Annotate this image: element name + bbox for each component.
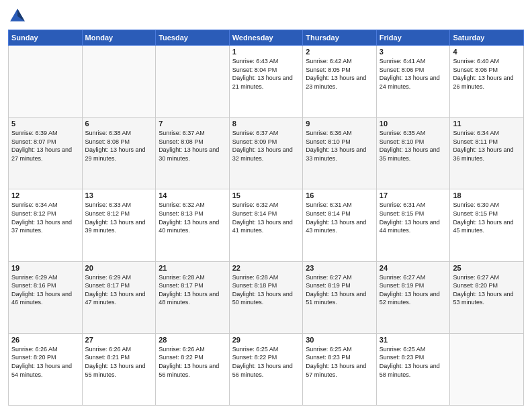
calendar-cell: 10Sunrise: 6:35 AM Sunset: 8:10 PM Dayli…	[376, 118, 450, 189]
day-number: 29	[232, 336, 300, 344]
calendar-week-1: 5Sunrise: 6:39 AM Sunset: 8:07 PM Daylig…	[9, 118, 524, 189]
cell-info: Sunrise: 6:28 AM Sunset: 8:17 PM Dayligh…	[159, 273, 226, 307]
calendar-cell: 24Sunrise: 6:27 AM Sunset: 8:19 PM Dayli…	[376, 261, 450, 333]
cell-info: Sunrise: 6:34 AM Sunset: 8:11 PM Dayligh…	[453, 129, 521, 163]
calendar-cell	[156, 46, 230, 118]
cell-info: Sunrise: 6:26 AM Sunset: 8:22 PM Dayligh…	[159, 345, 226, 379]
day-number: 2	[306, 48, 373, 56]
calendar-week-4: 26Sunrise: 6:26 AM Sunset: 8:20 PM Dayli…	[9, 333, 524, 405]
cell-info: Sunrise: 6:25 AM Sunset: 8:23 PM Dayligh…	[380, 345, 447, 379]
day-number: 17	[380, 191, 447, 199]
calendar-week-3: 19Sunrise: 6:29 AM Sunset: 8:16 PM Dayli…	[9, 261, 524, 333]
calendar-cell: 11Sunrise: 6:34 AM Sunset: 8:11 PM Dayli…	[450, 118, 524, 189]
day-number: 9	[306, 120, 373, 128]
cell-info: Sunrise: 6:43 AM Sunset: 8:04 PM Dayligh…	[232, 57, 300, 91]
day-number: 26	[11, 336, 79, 344]
cell-info: Sunrise: 6:25 AM Sunset: 8:22 PM Dayligh…	[232, 345, 300, 379]
calendar-cell: 26Sunrise: 6:26 AM Sunset: 8:20 PM Dayli…	[9, 333, 83, 405]
header	[8, 7, 524, 26]
day-number: 21	[159, 264, 226, 272]
cell-info: Sunrise: 6:26 AM Sunset: 8:21 PM Dayligh…	[85, 345, 153, 379]
cell-info: Sunrise: 6:30 AM Sunset: 8:15 PM Dayligh…	[453, 201, 521, 234]
calendar-cell: 5Sunrise: 6:39 AM Sunset: 8:07 PM Daylig…	[9, 118, 83, 189]
calendar-cell	[450, 333, 524, 405]
calendar-cell: 4Sunrise: 6:40 AM Sunset: 8:06 PM Daylig…	[450, 46, 524, 118]
calendar-cell: 30Sunrise: 6:25 AM Sunset: 8:23 PM Dayli…	[303, 333, 377, 405]
calendar-cell: 3Sunrise: 6:41 AM Sunset: 8:06 PM Daylig…	[376, 46, 450, 118]
calendar-cell: 19Sunrise: 6:29 AM Sunset: 8:16 PM Dayli…	[9, 261, 83, 333]
cell-info: Sunrise: 6:29 AM Sunset: 8:17 PM Dayligh…	[85, 273, 153, 307]
day-number: 13	[85, 191, 153, 199]
day-number: 14	[159, 191, 226, 199]
day-header-tuesday: Tuesday	[156, 30, 230, 46]
day-number: 4	[453, 48, 521, 56]
calendar-table: SundayMondayTuesdayWednesdayThursdayFrid…	[8, 30, 524, 406]
day-number: 27	[85, 336, 153, 344]
day-number: 19	[11, 264, 79, 272]
calendar-cell: 28Sunrise: 6:26 AM Sunset: 8:22 PM Dayli…	[156, 333, 230, 405]
day-header-friday: Friday	[376, 30, 450, 46]
calendar-cell: 20Sunrise: 6:29 AM Sunset: 8:17 PM Dayli…	[82, 261, 156, 333]
day-number: 22	[232, 264, 300, 272]
calendar-cell: 21Sunrise: 6:28 AM Sunset: 8:17 PM Dayli…	[156, 261, 230, 333]
calendar-cell: 2Sunrise: 6:42 AM Sunset: 8:05 PM Daylig…	[303, 46, 377, 118]
day-number: 3	[380, 48, 447, 56]
day-number: 31	[380, 336, 447, 344]
calendar-cell: 18Sunrise: 6:30 AM Sunset: 8:15 PM Dayli…	[450, 189, 524, 261]
cell-info: Sunrise: 6:29 AM Sunset: 8:16 PM Dayligh…	[11, 273, 79, 307]
calendar-cell: 1Sunrise: 6:43 AM Sunset: 8:04 PM Daylig…	[229, 46, 303, 118]
calendar-week-2: 12Sunrise: 6:34 AM Sunset: 8:12 PM Dayli…	[9, 189, 524, 261]
day-header-thursday: Thursday	[303, 30, 377, 46]
cell-info: Sunrise: 6:27 AM Sunset: 8:19 PM Dayligh…	[380, 273, 447, 307]
cell-info: Sunrise: 6:37 AM Sunset: 8:08 PM Dayligh…	[159, 129, 226, 163]
calendar-cell: 12Sunrise: 6:34 AM Sunset: 8:12 PM Dayli…	[9, 189, 83, 261]
cell-info: Sunrise: 6:37 AM Sunset: 8:09 PM Dayligh…	[232, 129, 300, 163]
day-number: 11	[453, 120, 521, 128]
cell-info: Sunrise: 6:39 AM Sunset: 8:07 PM Dayligh…	[11, 129, 79, 163]
cell-info: Sunrise: 6:40 AM Sunset: 8:06 PM Dayligh…	[453, 57, 521, 91]
page: SundayMondayTuesdayWednesdayThursdayFrid…	[0, 0, 532, 411]
cell-info: Sunrise: 6:31 AM Sunset: 8:14 PM Dayligh…	[306, 201, 373, 234]
day-number: 18	[453, 191, 521, 199]
day-number: 12	[11, 191, 79, 199]
calendar-cell: 6Sunrise: 6:38 AM Sunset: 8:08 PM Daylig…	[82, 118, 156, 189]
cell-info: Sunrise: 6:34 AM Sunset: 8:12 PM Dayligh…	[11, 201, 79, 234]
calendar-cell: 7Sunrise: 6:37 AM Sunset: 8:08 PM Daylig…	[156, 118, 230, 189]
day-number: 30	[306, 336, 373, 344]
calendar-cell: 17Sunrise: 6:31 AM Sunset: 8:15 PM Dayli…	[376, 189, 450, 261]
calendar-header-row: SundayMondayTuesdayWednesdayThursdayFrid…	[9, 30, 524, 46]
logo-icon	[8, 7, 27, 26]
logo	[8, 7, 30, 26]
calendar-cell: 13Sunrise: 6:33 AM Sunset: 8:12 PM Dayli…	[82, 189, 156, 261]
cell-info: Sunrise: 6:36 AM Sunset: 8:10 PM Dayligh…	[306, 129, 373, 163]
calendar-cell: 15Sunrise: 6:32 AM Sunset: 8:14 PM Dayli…	[229, 189, 303, 261]
cell-info: Sunrise: 6:35 AM Sunset: 8:10 PM Dayligh…	[380, 129, 447, 163]
day-header-sunday: Sunday	[9, 30, 83, 46]
cell-info: Sunrise: 6:27 AM Sunset: 8:19 PM Dayligh…	[306, 273, 373, 307]
calendar-cell	[82, 46, 156, 118]
cell-info: Sunrise: 6:32 AM Sunset: 8:13 PM Dayligh…	[159, 201, 226, 234]
day-number: 5	[11, 120, 79, 128]
day-number: 20	[85, 264, 153, 272]
cell-info: Sunrise: 6:31 AM Sunset: 8:15 PM Dayligh…	[380, 201, 447, 234]
day-number: 25	[453, 264, 521, 272]
calendar-cell: 8Sunrise: 6:37 AM Sunset: 8:09 PM Daylig…	[229, 118, 303, 189]
day-number: 23	[306, 264, 373, 272]
day-number: 15	[232, 191, 300, 199]
cell-info: Sunrise: 6:25 AM Sunset: 8:23 PM Dayligh…	[306, 345, 373, 379]
calendar-cell: 27Sunrise: 6:26 AM Sunset: 8:21 PM Dayli…	[82, 333, 156, 405]
cell-info: Sunrise: 6:42 AM Sunset: 8:05 PM Dayligh…	[306, 57, 373, 91]
cell-info: Sunrise: 6:33 AM Sunset: 8:12 PM Dayligh…	[85, 201, 153, 234]
calendar-cell: 31Sunrise: 6:25 AM Sunset: 8:23 PM Dayli…	[376, 333, 450, 405]
calendar-cell: 16Sunrise: 6:31 AM Sunset: 8:14 PM Dayli…	[303, 189, 377, 261]
day-number: 7	[159, 120, 226, 128]
calendar-cell: 14Sunrise: 6:32 AM Sunset: 8:13 PM Dayli…	[156, 189, 230, 261]
calendar-cell: 9Sunrise: 6:36 AM Sunset: 8:10 PM Daylig…	[303, 118, 377, 189]
calendar-cell: 25Sunrise: 6:27 AM Sunset: 8:20 PM Dayli…	[450, 261, 524, 333]
day-header-wednesday: Wednesday	[229, 30, 303, 46]
cell-info: Sunrise: 6:38 AM Sunset: 8:08 PM Dayligh…	[85, 129, 153, 163]
day-header-saturday: Saturday	[450, 30, 524, 46]
calendar-cell: 29Sunrise: 6:25 AM Sunset: 8:22 PM Dayli…	[229, 333, 303, 405]
day-number: 1	[232, 48, 300, 56]
day-number: 28	[159, 336, 226, 344]
